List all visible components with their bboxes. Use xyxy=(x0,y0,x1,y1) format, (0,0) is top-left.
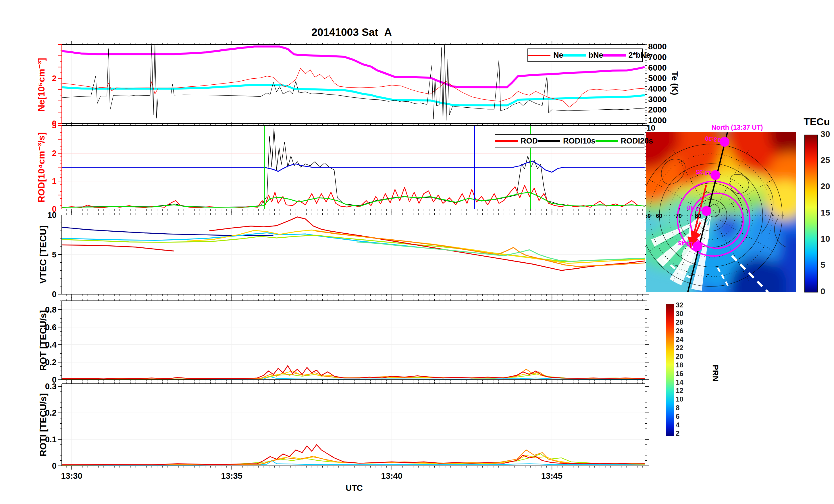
ytick-label: 0 xyxy=(52,290,57,299)
legend-label: RODI10s xyxy=(563,137,596,145)
legend-ne-item-1: bNe xyxy=(563,51,603,60)
ytick-label: 5000 xyxy=(648,73,667,83)
colorbar-tick-label: 24 xyxy=(676,336,683,344)
legend-line-sample xyxy=(563,54,586,56)
series-rot-red xyxy=(62,366,645,379)
legend-rod-item-0: ROD xyxy=(495,137,538,145)
colorbar-tick-label: 0 xyxy=(820,287,826,296)
ytick-label: 0 xyxy=(52,461,57,471)
legend-label: bNe xyxy=(589,51,603,60)
colorbar-tick-label: 8 xyxy=(676,404,679,412)
colorbar-tick-label: 4 xyxy=(676,421,679,429)
ytick-label: 10 xyxy=(47,210,57,220)
panel-vtec: 0510 xyxy=(47,210,649,299)
ytick-label: 2000 xyxy=(648,105,667,114)
legend-line-sample xyxy=(596,140,618,142)
lat-label: 70 xyxy=(675,213,682,219)
legend-line-sample xyxy=(603,54,626,56)
tecu-colorbar xyxy=(805,135,818,293)
ytick-label: 0.3 xyxy=(45,382,57,391)
lat-label: 80 xyxy=(695,213,701,219)
colorbar-tick-label: 25 xyxy=(820,155,830,165)
colorbar-tick-label: 2 xyxy=(676,429,679,437)
ytick-label: 4000 xyxy=(648,84,667,93)
ytick-label: 2 xyxy=(52,74,57,83)
xtick-label: 13:40 xyxy=(381,471,402,480)
legend-ne-item-2: 2*bNe xyxy=(603,51,651,60)
legend-ne: NebNe2*bNe xyxy=(527,48,643,62)
legend-rod-item-1: RODI10s xyxy=(538,137,596,145)
ytick-label: 3 xyxy=(52,121,57,130)
series-prn-navy xyxy=(62,227,273,236)
ytick-label: 6000 xyxy=(648,63,667,72)
xtick-label: 13:45 xyxy=(541,471,563,480)
legend-line-sample xyxy=(528,55,550,56)
ytick-label: 8000 xyxy=(648,42,667,51)
polar-tec-map: 13:3013:3513:4013:45 50607080 xyxy=(646,132,796,292)
legend-rod-item-2: RODI20s xyxy=(596,137,653,145)
lat-label: 60 xyxy=(656,213,662,219)
track-dot xyxy=(720,137,729,147)
ytick-label: 2 xyxy=(52,149,57,158)
legend-line-sample xyxy=(538,140,560,142)
legend-rod: RODRODI10sRODI20s xyxy=(495,134,644,148)
ytick-label: 5 xyxy=(52,250,57,259)
colorbar-tick-label: 30 xyxy=(820,129,830,139)
ytick-label: 1000 xyxy=(648,116,667,125)
track-dot xyxy=(702,206,711,216)
ytick-label: 0.6 xyxy=(45,323,57,332)
colorbar-tick-label: 18 xyxy=(676,361,683,369)
colorbar-tick-label: 15 xyxy=(820,208,830,217)
ytick-label: 1 xyxy=(52,177,57,186)
colorbar-tick-label: 16 xyxy=(676,370,683,378)
prn-colorbar xyxy=(666,304,674,436)
colorbar-tick-label: 5 xyxy=(820,260,826,270)
colorbar-tick-label: 28 xyxy=(676,318,683,326)
lat-label: 50 xyxy=(646,213,651,219)
panel-roti: 00.10.20.313:3013:3513:4013:45 xyxy=(45,380,649,480)
ytick-label: 0.8 xyxy=(45,305,57,314)
colorbar-tick-label: 6 xyxy=(676,412,679,420)
tec-field: 13:3013:3513:4013:45 50607080 xyxy=(646,132,796,292)
series-roti-yellow xyxy=(62,455,645,465)
series-background-blue xyxy=(62,161,645,172)
colorbar-tick-label: 20 xyxy=(820,181,830,191)
ytick-label: 3000 xyxy=(648,95,667,104)
colorbar-tick-label: 26 xyxy=(676,327,683,335)
xtick-label: 13:30 xyxy=(61,471,82,480)
colorbar-tick-label: 14 xyxy=(676,378,683,386)
legend-label: RODI20s xyxy=(621,137,653,145)
ytick-label: 0.2 xyxy=(45,408,57,417)
colorbar-tick-label: 10 xyxy=(820,234,830,244)
colorbar-tick-label: 10 xyxy=(676,395,683,403)
colorbar-tick-label: 32 xyxy=(676,301,683,309)
track-dot xyxy=(710,170,720,180)
ytick-label: 0.4 xyxy=(45,340,57,349)
legend-line-sample xyxy=(495,140,518,142)
colorbar-tick-label: 12 xyxy=(676,387,683,395)
ytick-label: 0.2 xyxy=(45,358,57,367)
xtick-label: 13:35 xyxy=(221,471,242,480)
legend-ne-item-0: Ne xyxy=(528,51,563,60)
legend-label: 2*bNe xyxy=(629,51,651,60)
figure-canvas: 20141003 Sat_A Ne[10⁵cm⁻³] Te (K) ROD[10… xyxy=(0,0,834,504)
legend-label: ROD xyxy=(521,137,538,145)
panel-rot: 00.20.40.60.8 xyxy=(45,297,649,384)
colorbar-tick-label: 30 xyxy=(676,310,683,318)
ytick-label: 0.1 xyxy=(45,435,57,444)
colorbar-tick-label: 20 xyxy=(676,352,683,361)
ytick-label: 7000 xyxy=(648,52,667,62)
legend-label: Ne xyxy=(553,51,563,60)
series-prn-red-low xyxy=(62,245,174,251)
track-dot xyxy=(693,242,702,251)
colorbar-tick-label: 22 xyxy=(676,344,683,352)
